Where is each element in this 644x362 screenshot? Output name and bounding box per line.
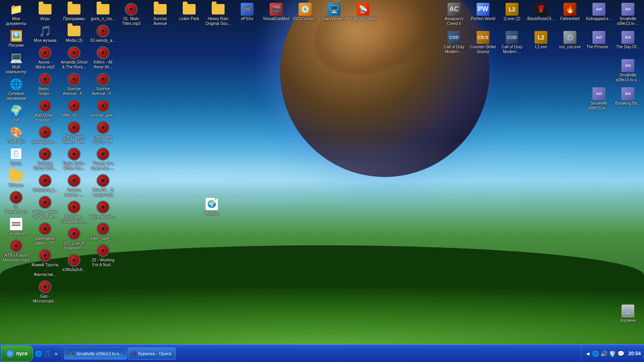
icon-media3[interactable]: Media (3) xyxy=(60,23,89,44)
icon-centr[interactable]: центр - легколи быть мо... xyxy=(31,195,60,220)
icon-mumiy-troll[interactable]: Мумий Тролль -Фантастик... xyxy=(31,248,60,278)
clock: 20:54 xyxy=(626,351,641,356)
icon-killers[interactable]: Killers - Allthese thi... xyxy=(89,45,118,71)
icon-inet[interactable]: 🌍 Inet xyxy=(2,103,31,124)
icon-games[interactable]: Игры xyxy=(31,2,60,23)
icon-eiffel65[interactable]: eiffel_65_-_... xyxy=(60,98,89,119)
quick-launch-arrow-icon[interactable]: » xyxy=(52,350,60,358)
icon-03-low[interactable]: 03 - Low ofSolipsism... xyxy=(60,226,89,252)
icon-breaking-ba[interactable]: AVI Breaking.Ba... xyxy=(613,86,642,107)
icon-perfect-world[interactable]: PW Perfect World xyxy=(469,2,497,27)
icon-island-cd1[interactable]: The Island(CD1) - 1... xyxy=(89,120,118,146)
icons-area: 📁 Мои документы 🖼️ Рисунки 💻 Мойкомпьюте… xyxy=(0,0,644,344)
icon-teamviewer[interactable]: 🖥️ TeamViewer 4 xyxy=(320,2,349,27)
icon-epsxe[interactable]: 🎮 ePSXe xyxy=(233,2,262,27)
smallville-s09e15-pos: AVI Smallvilles09e15.tv-... xyxy=(584,86,613,112)
icon-timbaland[interactable]: timbaland_f... xyxy=(31,173,60,194)
quick-launch: 🌐 🎵 » xyxy=(33,345,62,362)
icon-programs[interactable]: Программы xyxy=(60,2,89,23)
icon-network[interactable]: 🌐 Сетевоеокружение xyxy=(2,76,31,102)
icon-sunrise-f[interactable]: SunriseAvenue - F... xyxy=(60,72,89,97)
top-row-folders: 01. MainTitles.mp3 SunriseAvenue Linkin … xyxy=(117,2,378,27)
icon-iuliya[interactable]: iuliya_kovalc... xyxy=(89,200,118,220)
taskbar-buttons: 📺 Smallville s09e13.tv-s... O Курилка - … xyxy=(62,345,582,362)
icon-my-docs[interactable]: 📁 Мои документы xyxy=(2,2,31,27)
icon-sunrise-folder[interactable]: SunriseAvenue xyxy=(146,2,175,27)
icon-smallville-s09e15[interactable]: AVI Smallvilles09e15.tv-... xyxy=(584,86,613,112)
icon-mark9[interactable]: М.А.Р.К. - 9минут.mp3 xyxy=(89,173,118,199)
icon-guns-n-roses[interactable]: guns_n_ros... xyxy=(89,2,118,23)
icon-dvdconverter[interactable]: 💿 DVDConver... xyxy=(291,2,320,27)
icon-sunrise-ave2[interactable]: SunriseAvenue - F... xyxy=(89,72,118,97)
icon-call-duty1[interactable]: COD Call of DutyModern ... xyxy=(440,30,469,56)
tray-antivirus-icon[interactable]: 🛡️ xyxy=(609,350,616,357)
icon-tyutchev[interactable]: Тютчев.txt xyxy=(2,216,31,237)
icon-16-navras[interactable]: 16.Navras.mp3 xyxy=(2,190,31,216)
icon-atb[interactable]: ATB - FutureMemories.mp3 xyxy=(2,238,31,264)
icon-barenaked[interactable]: BarenakedLadies - Th... xyxy=(31,221,60,247)
icon-linkin-park-folder[interactable]: Linkin Park xyxy=(175,2,204,27)
far-right-top-row: AC Assassin'sCreed II PW Perfect World L… xyxy=(440,2,642,27)
start-button[interactable]: пуск xyxy=(1,346,33,362)
icon-blackrose[interactable]: 🌹 BlackRoseCli... xyxy=(526,2,555,27)
icon-virtualdubmod[interactable]: 🎬 VirtualDubMod xyxy=(262,2,291,27)
icon-bob-dylan[interactable]: Bob Dylan -Knockin'... xyxy=(31,98,60,124)
quick-launch-media-icon[interactable]: 🎵 xyxy=(43,350,52,358)
icon-akula[interactable]: Акула -Мало.mp3 xyxy=(31,45,60,71)
desktop: 📁 Мои документы 🖼️ Рисунки 💻 Мойкомпьюте… xyxy=(0,0,644,362)
windows-logo-icon xyxy=(6,350,14,358)
icon-call-duty2[interactable]: COD Call of DutyModern ... xyxy=(497,30,526,56)
icon-01-main-titles[interactable]: 01. MainTitles.mp3 xyxy=(117,2,146,27)
icon-my-music[interactable]: 🎵 Моя музыка xyxy=(31,23,60,44)
icon-cs-source[interactable]: CS:S Counter-StrikeSource xyxy=(469,30,497,56)
icon-e3ffa3[interactable]: e3ffa3a3c8... xyxy=(60,253,89,274)
icon-run-css[interactable]: ⚙️ run_css.exe xyxy=(555,30,584,56)
icon-smallville-s09e14[interactable]: AVI Smallvilles09e14.tv-s... xyxy=(613,58,642,84)
far-right-second-row: COD Call of DutyModern ... CS:S Counter-… xyxy=(440,30,642,56)
taskbar-btn-opera[interactable]: O Курилка - Opera xyxy=(128,348,175,360)
taskbar: пуск 🌐 🎵 » 📺 Smallville s09e13.tv-s... O… xyxy=(0,344,644,362)
icon-the-day-of[interactable]: AVI The.Day.Of... xyxy=(613,30,642,56)
icon-sunrise-ave4[interactable]: sunrise_ave... xyxy=(89,98,118,119)
far-right-fourth-row: AVI Breaking.Ba... xyxy=(469,86,642,107)
system-tray: ◄ 🌐 🔊 🛡️ 💬 20:54 xyxy=(581,345,644,362)
icon-20-working[interactable]: 20 - WorkingFor A Nud... xyxy=(89,243,118,269)
icon-taylor-swift[interactable]: Taylor Swift -White Hor... xyxy=(60,146,89,172)
tray-chat-icon[interactable]: 💬 xyxy=(617,350,624,357)
quick-launch-ie-icon[interactable]: 🌐 xyxy=(35,350,43,358)
icon-l2-exe[interactable]: L2 L2.exe xyxy=(526,30,555,56)
icon-puppini[interactable]: The PuppiniSisters - Mr... xyxy=(60,120,89,146)
icon-02-wendy[interactable]: 02-wendy_a... xyxy=(89,23,118,44)
far-right-third-row: AVI Smallvilles09e14.tv-s... xyxy=(469,58,642,84)
icon-fahrenheit[interactable]: 🔥 Fahrenheit xyxy=(555,2,584,27)
icon-smallville-s09e13[interactable]: AVI Smallvilles09e13.tv-... xyxy=(613,2,642,27)
icon-theory[interactable]: Theory of adead man -... xyxy=(89,146,118,172)
icon-butterfly[interactable]: ButterflyEffect OST... xyxy=(31,146,60,172)
icon-filezilla[interactable]: 📡 FileZilla Client xyxy=(349,2,378,27)
icon-music-folder[interactable]: МУзыка xyxy=(2,168,31,189)
icon-heavy-rain[interactable]: Heavy RainOriginal Sou... xyxy=(204,2,233,27)
icon-the-prisoner[interactable]: AVI The.Prisone... xyxy=(584,30,613,56)
icon-opera[interactable]: 🅾 Opera xyxy=(2,146,31,167)
tray-network-icon[interactable]: 🌐 xyxy=(592,350,599,357)
icon-paint-net[interactable]: 🎨 Paint.NET xyxy=(2,125,31,146)
icon-my-comp[interactable]: 💻 Мойкомпьютер xyxy=(2,50,31,76)
icon-kidnapped[interactable]: AVI Kidnapped.e... xyxy=(584,2,613,27)
icon-amanda[interactable]: Amanda Ghost& The Rura... xyxy=(60,45,89,71)
icon-gas[interactable]: Gas -Microscopic... xyxy=(31,279,60,305)
icon-sunrise3[interactable]: Sunriseavenue -... xyxy=(60,173,89,199)
icon-linkin-park2[interactable]: linkin_park_-... xyxy=(89,221,118,242)
icon-mir-jpg[interactable]: 🌍 Мир.jpg xyxy=(197,196,226,217)
icon-l2-exe2[interactable]: L2 l2.exe (2) xyxy=(497,2,526,27)
tray-volume-icon[interactable]: 🔊 xyxy=(601,350,607,357)
icon-virus[interactable]: Вирус -Попро... xyxy=(31,72,60,97)
icon-assassins-creed[interactable]: AC Assassin'sCreed II xyxy=(440,2,469,27)
icon-airscape[interactable]: Airscape -L'Esperanza... xyxy=(60,200,89,225)
icon-my-pics[interactable]: 🖼️ Рисунки xyxy=(2,28,31,49)
tray-arrow-icon[interactable]: ◄ xyxy=(585,350,590,357)
icon-trash[interactable]: 🗑️ Корзина xyxy=(613,303,642,324)
icon-nick-ingman[interactable]: nick-ingman-... xyxy=(31,125,60,146)
taskbar-btn-smallville[interactable]: 📺 Smallville s09e13.tv-s... xyxy=(64,348,128,360)
